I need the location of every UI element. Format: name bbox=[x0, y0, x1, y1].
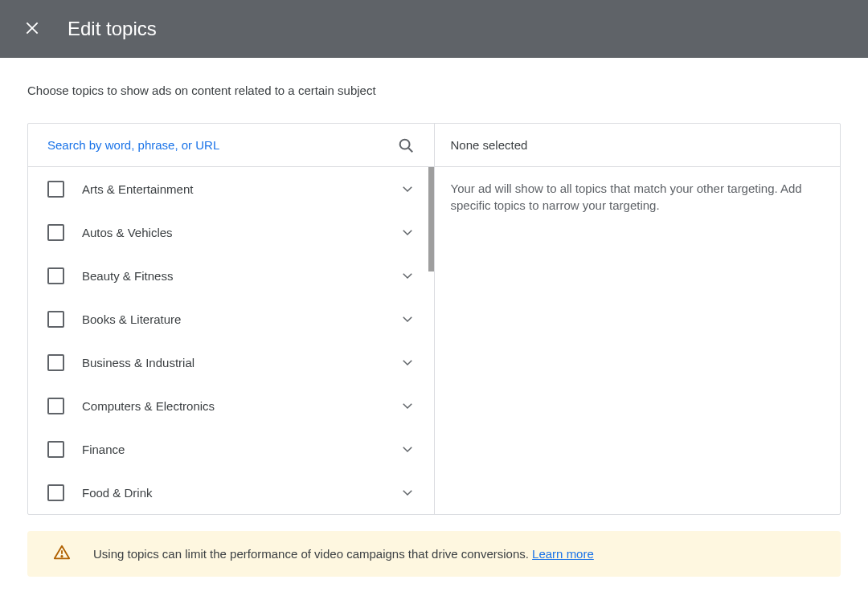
topic-checkbox[interactable] bbox=[47, 484, 64, 501]
topic-checkbox[interactable] bbox=[47, 311, 64, 328]
chevron-down-icon[interactable] bbox=[400, 485, 415, 500]
svg-line-3 bbox=[408, 148, 412, 152]
chevron-down-icon[interactable] bbox=[400, 398, 415, 413]
topic-label: Autos & Vehicles bbox=[82, 226, 383, 239]
panels-container: Arts & Entertainment Autos & Vehicles Be… bbox=[27, 123, 841, 515]
topic-checkbox[interactable] bbox=[47, 224, 64, 241]
chevron-down-icon[interactable] bbox=[400, 268, 415, 283]
chevron-down-icon[interactable] bbox=[400, 442, 415, 456]
svg-point-5 bbox=[61, 556, 62, 557]
topic-checkbox[interactable] bbox=[47, 354, 64, 371]
topic-item-arts-entertainment[interactable]: Arts & Entertainment bbox=[28, 167, 434, 210]
topic-checkbox[interactable] bbox=[47, 267, 64, 284]
chevron-down-icon[interactable] bbox=[400, 312, 415, 326]
topic-checkbox[interactable] bbox=[47, 181, 64, 198]
modal-content: Choose topics to show ads on content rel… bbox=[0, 58, 868, 515]
topic-list[interactable]: Arts & Entertainment Autos & Vehicles Be… bbox=[28, 167, 434, 514]
search-row bbox=[28, 124, 434, 167]
topic-item-finance[interactable]: Finance bbox=[28, 427, 434, 471]
modal-header: Edit topics bbox=[0, 0, 868, 58]
topic-item-food-drink[interactable]: Food & Drink bbox=[28, 471, 434, 514]
topic-label: Finance bbox=[82, 443, 383, 456]
topic-item-beauty-fitness[interactable]: Beauty & Fitness bbox=[28, 254, 434, 297]
warning-alert: Using topics can limit the performance o… bbox=[27, 531, 841, 577]
learn-more-link[interactable]: Learn more bbox=[532, 547, 594, 561]
modal-title: Edit topics bbox=[68, 18, 157, 40]
search-icon[interactable] bbox=[397, 137, 415, 154]
topics-panel: Arts & Entertainment Autos & Vehicles Be… bbox=[28, 124, 435, 514]
description-text: Choose topics to show ads on content rel… bbox=[27, 84, 841, 97]
close-button[interactable] bbox=[21, 17, 43, 42]
topic-item-books-literature[interactable]: Books & Literature bbox=[28, 297, 434, 341]
topic-label: Computers & Electronics bbox=[82, 399, 383, 413]
alert-message: Using topics can limit the performance o… bbox=[93, 547, 532, 561]
topic-item-business-industrial[interactable]: Business & Industrial bbox=[28, 341, 434, 384]
topic-checkbox[interactable] bbox=[47, 441, 64, 458]
scrollbar-indicator[interactable] bbox=[428, 167, 434, 271]
close-icon bbox=[24, 20, 40, 39]
selected-panel: None selected Your ad will show to all t… bbox=[435, 124, 841, 514]
chevron-down-icon[interactable] bbox=[400, 355, 415, 369]
selected-header: None selected bbox=[435, 124, 841, 167]
topic-label: Beauty & Fitness bbox=[82, 269, 383, 283]
warning-icon bbox=[53, 544, 71, 564]
topic-label: Arts & Entertainment bbox=[82, 182, 383, 196]
topic-item-computers-electronics[interactable]: Computers & Electronics bbox=[28, 384, 434, 427]
topic-label: Business & Industrial bbox=[82, 356, 383, 369]
topic-item-autos-vehicles[interactable]: Autos & Vehicles bbox=[28, 210, 434, 254]
topic-checkbox[interactable] bbox=[47, 398, 64, 414]
svg-point-2 bbox=[399, 139, 409, 149]
alert-text: Using topics can limit the performance o… bbox=[93, 547, 594, 561]
topic-label: Food & Drink bbox=[82, 486, 383, 500]
chevron-down-icon[interactable] bbox=[400, 225, 415, 239]
search-input[interactable] bbox=[47, 138, 397, 152]
selected-body-text: Your ad will show to all topics that mat… bbox=[435, 167, 841, 227]
topic-label: Books & Literature bbox=[82, 312, 383, 326]
chevron-down-icon[interactable] bbox=[400, 182, 415, 196]
